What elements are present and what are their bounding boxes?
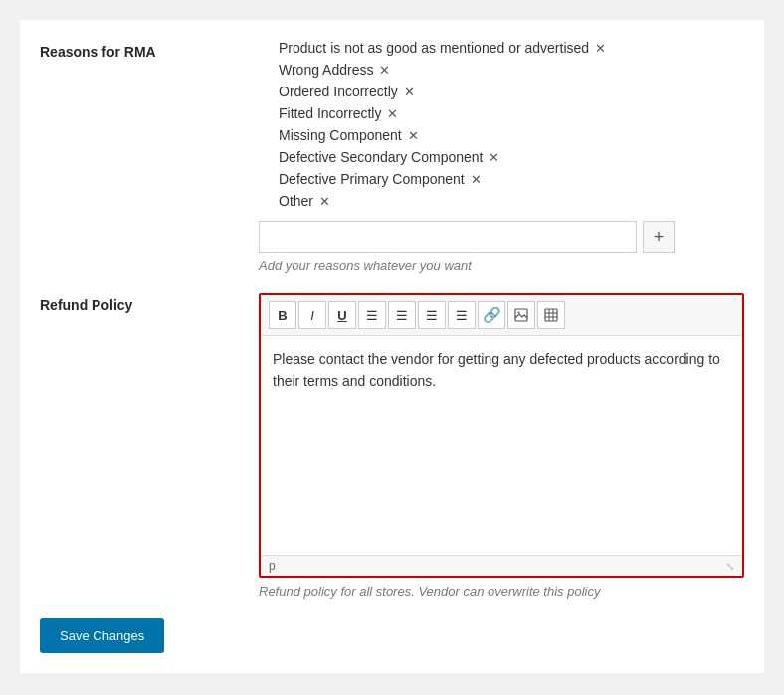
svg-rect-2 [545,309,557,321]
align-justify-button[interactable]: ☰ [418,301,446,329]
save-button[interactable]: Save Changes [40,618,164,653]
list-item: Defective Primary Component✕ [279,171,744,187]
list-item: Fitted Incorrectly✕ [279,105,744,121]
reason-text: Product is not as good as mentioned or a… [279,40,589,56]
reason-text: Defective Primary Component [279,171,465,187]
add-reason-row: + [259,221,744,253]
list-item: Wrong Address✕ [279,62,744,78]
italic-button[interactable]: I [298,301,326,329]
svg-point-1 [518,312,520,314]
reason-text: Fitted Incorrectly [279,105,381,121]
table-button[interactable] [537,301,565,329]
add-reason-button[interactable]: + [643,221,675,253]
svg-rect-0 [515,309,527,321]
remove-reason-button[interactable]: ✕ [471,173,482,186]
image-button[interactable] [507,301,535,329]
remove-reason-button[interactable]: ✕ [404,86,415,98]
reason-text: Wrong Address [279,62,373,78]
remove-reason-button[interactable]: ✕ [379,64,390,77]
resize-icon: ⤡ [726,561,734,572]
remove-reason-button[interactable]: ✕ [595,42,606,55]
list-item: Ordered Incorrectly✕ [279,84,744,99]
editor-toolbar: B I U ☰ ☰ ☰ ☰ 🔗 [261,295,742,336]
editor-content: Please contact the vendor for getting an… [273,351,720,389]
reasons-content: Product is not as good as mentioned or a… [259,40,744,273]
refund-section: Refund Policy B I U ☰ ☰ ☰ ☰ 🔗 [40,293,744,599]
list-item: Defective Secondary Component✕ [279,149,744,165]
remove-reason-button[interactable]: ✕ [489,151,499,164]
list-item: Product is not as good as mentioned or a… [279,40,744,56]
add-reason-input[interactable] [259,221,637,253]
reason-text: Missing Component [279,127,402,143]
refund-editor-area[interactable]: Please contact the vendor for getting an… [261,336,742,555]
reason-text: Other [279,193,313,209]
list-item: Other✕ [279,193,744,209]
editor-tag: p [269,559,276,573]
link-button[interactable]: 🔗 [478,301,505,329]
editor-statusbar: p ⤡ [261,555,742,576]
reasons-label: Reasons for RMA [40,40,259,273]
reason-text: Ordered Incorrectly [279,84,398,99]
reason-text: Defective Secondary Component [279,149,483,165]
refund-hint: Refund policy for all stores. Vendor can… [259,584,744,599]
page-container: Reasons for RMA Product is not as good a… [20,20,764,673]
refund-label: Refund Policy [40,293,259,599]
save-row: Save Changes [40,618,744,653]
reasons-hint: Add your reasons whatever you want [259,259,744,273]
list-item: Missing Component✕ [279,127,744,143]
bold-button[interactable]: B [269,301,296,329]
align-center-button[interactable]: ☰ [388,301,416,329]
align-left-button[interactable]: ☰ [358,301,386,329]
refund-content: B I U ☰ ☰ ☰ ☰ 🔗 [259,293,744,599]
reasons-section: Reasons for RMA Product is not as good a… [40,40,744,273]
refund-editor-wrapper: B I U ☰ ☰ ☰ ☰ 🔗 [259,293,744,578]
reasons-list: Product is not as good as mentioned or a… [259,40,744,209]
remove-reason-button[interactable]: ✕ [387,107,398,120]
remove-reason-button[interactable]: ✕ [319,195,330,208]
remove-reason-button[interactable]: ✕ [408,129,419,142]
underline-button[interactable]: U [328,301,356,329]
align-right-button[interactable]: ☰ [448,301,476,329]
